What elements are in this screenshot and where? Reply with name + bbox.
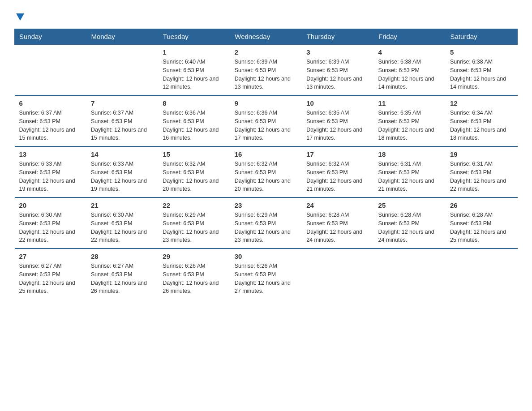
calendar-cell: 17Sunrise: 6:32 AMSunset: 6:53 PMDayligh…: [302, 146, 373, 197]
calendar-table: SundayMondayTuesdayWednesdayThursdayFrid…: [14, 29, 518, 299]
calendar-cell: 1Sunrise: 6:40 AMSunset: 6:53 PMDaylight…: [158, 44, 230, 95]
day-info: Sunrise: 6:36 AMSunset: 6:53 PMDaylight:…: [163, 109, 225, 142]
calendar-cell: [302, 248, 373, 299]
calendar-cell: 23Sunrise: 6:29 AMSunset: 6:53 PMDayligh…: [230, 197, 302, 248]
header-monday: Monday: [86, 29, 158, 45]
calendar-cell: 4Sunrise: 6:38 AMSunset: 6:53 PMDaylight…: [374, 44, 446, 95]
day-number: 19: [450, 150, 513, 158]
day-number: 10: [306, 99, 369, 107]
day-number: 22: [163, 201, 225, 209]
day-info: Sunrise: 6:37 AMSunset: 6:53 PMDaylight:…: [19, 109, 82, 142]
day-info: Sunrise: 6:39 AMSunset: 6:53 PMDaylight:…: [235, 58, 297, 91]
header-friday: Friday: [374, 29, 446, 45]
day-info: Sunrise: 6:28 AMSunset: 6:53 PMDaylight:…: [306, 211, 369, 244]
calendar-cell: 24Sunrise: 6:28 AMSunset: 6:53 PMDayligh…: [302, 197, 373, 248]
day-number: 30: [235, 253, 297, 260]
calendar-cell: 28Sunrise: 6:27 AMSunset: 6:53 PMDayligh…: [86, 248, 158, 299]
day-info: Sunrise: 6:33 AMSunset: 6:53 PMDaylight:…: [91, 160, 154, 193]
calendar-cell: 16Sunrise: 6:32 AMSunset: 6:53 PMDayligh…: [230, 146, 302, 197]
day-number: 4: [378, 48, 441, 56]
logo: [14, 11, 25, 21]
day-number: 1: [163, 48, 225, 56]
header-wednesday: Wednesday: [230, 29, 302, 45]
calendar-cell: 29Sunrise: 6:26 AMSunset: 6:53 PMDayligh…: [158, 248, 230, 299]
day-info: Sunrise: 6:26 AMSunset: 6:53 PMDaylight:…: [235, 262, 297, 295]
day-number: 16: [235, 150, 297, 158]
day-number: 18: [378, 150, 441, 158]
calendar-cell: 7Sunrise: 6:37 AMSunset: 6:53 PMDaylight…: [86, 95, 158, 146]
day-number: 15: [163, 150, 225, 158]
calendar-cell: 12Sunrise: 6:34 AMSunset: 6:53 PMDayligh…: [446, 95, 517, 146]
day-info: Sunrise: 6:30 AMSunset: 6:53 PMDaylight:…: [19, 211, 82, 244]
day-number: 25: [378, 201, 441, 209]
day-info: Sunrise: 6:27 AMSunset: 6:53 PMDaylight:…: [91, 262, 154, 295]
day-number: 21: [91, 201, 154, 209]
day-number: 27: [19, 253, 82, 260]
day-info: Sunrise: 6:29 AMSunset: 6:53 PMDaylight:…: [235, 211, 297, 244]
calendar-cell: 6Sunrise: 6:37 AMSunset: 6:53 PMDaylight…: [15, 95, 86, 146]
day-info: Sunrise: 6:33 AMSunset: 6:53 PMDaylight:…: [19, 160, 82, 193]
calendar-cell: [15, 44, 86, 95]
calendar-cell: 8Sunrise: 6:36 AMSunset: 6:53 PMDaylight…: [158, 95, 230, 146]
day-info: Sunrise: 6:29 AMSunset: 6:53 PMDaylight:…: [163, 211, 225, 244]
day-number: 17: [306, 150, 369, 158]
day-number: 29: [163, 253, 225, 260]
day-info: Sunrise: 6:39 AMSunset: 6:53 PMDaylight:…: [306, 58, 369, 91]
day-info: Sunrise: 6:31 AMSunset: 6:53 PMDaylight:…: [378, 160, 441, 193]
calendar-cell: 25Sunrise: 6:28 AMSunset: 6:53 PMDayligh…: [374, 197, 446, 248]
calendar-cell: 19Sunrise: 6:31 AMSunset: 6:53 PMDayligh…: [446, 146, 517, 197]
day-info: Sunrise: 6:28 AMSunset: 6:53 PMDaylight:…: [450, 211, 513, 244]
calendar-cell: 9Sunrise: 6:36 AMSunset: 6:53 PMDaylight…: [230, 95, 302, 146]
calendar-cell: 22Sunrise: 6:29 AMSunset: 6:53 PMDayligh…: [158, 197, 230, 248]
svg-marker-0: [16, 13, 24, 21]
day-number: 23: [235, 201, 297, 209]
calendar-cell: 27Sunrise: 6:27 AMSunset: 6:53 PMDayligh…: [15, 248, 86, 299]
calendar-cell: [374, 248, 446, 299]
calendar-cell: 18Sunrise: 6:31 AMSunset: 6:53 PMDayligh…: [374, 146, 446, 197]
day-number: 2: [235, 48, 297, 56]
day-info: Sunrise: 6:32 AMSunset: 6:53 PMDaylight:…: [163, 160, 225, 193]
day-info: Sunrise: 6:32 AMSunset: 6:53 PMDaylight:…: [306, 160, 369, 193]
day-info: Sunrise: 6:38 AMSunset: 6:53 PMDaylight:…: [450, 58, 513, 91]
day-number: 8: [163, 99, 225, 107]
day-number: 24: [306, 201, 369, 209]
calendar-week-row: 27Sunrise: 6:27 AMSunset: 6:53 PMDayligh…: [15, 248, 518, 299]
calendar-cell: 2Sunrise: 6:39 AMSunset: 6:53 PMDaylight…: [230, 44, 302, 95]
calendar-cell: 13Sunrise: 6:33 AMSunset: 6:53 PMDayligh…: [15, 146, 86, 197]
header-tuesday: Tuesday: [158, 29, 230, 45]
calendar-cell: 20Sunrise: 6:30 AMSunset: 6:53 PMDayligh…: [15, 197, 86, 248]
calendar-cell: 30Sunrise: 6:26 AMSunset: 6:53 PMDayligh…: [230, 248, 302, 299]
day-info: Sunrise: 6:36 AMSunset: 6:53 PMDaylight:…: [235, 109, 297, 142]
day-info: Sunrise: 6:26 AMSunset: 6:53 PMDaylight:…: [163, 262, 225, 295]
calendar-cell: 11Sunrise: 6:35 AMSunset: 6:53 PMDayligh…: [374, 95, 446, 146]
calendar-cell: 5Sunrise: 6:38 AMSunset: 6:53 PMDaylight…: [446, 44, 517, 95]
header-thursday: Thursday: [302, 29, 373, 45]
day-number: 20: [19, 201, 82, 209]
day-info: Sunrise: 6:32 AMSunset: 6:53 PMDaylight:…: [235, 160, 297, 193]
day-number: 7: [91, 99, 154, 107]
day-info: Sunrise: 6:27 AMSunset: 6:53 PMDaylight:…: [19, 262, 82, 295]
day-info: Sunrise: 6:37 AMSunset: 6:53 PMDaylight:…: [91, 109, 154, 142]
calendar-week-row: 1Sunrise: 6:40 AMSunset: 6:53 PMDaylight…: [15, 44, 518, 95]
day-number: 26: [450, 201, 513, 209]
header-sunday: Sunday: [15, 29, 86, 45]
header-saturday: Saturday: [446, 29, 517, 45]
page-header: [14, 11, 518, 21]
day-number: 13: [19, 150, 82, 158]
calendar-week-row: 20Sunrise: 6:30 AMSunset: 6:53 PMDayligh…: [15, 197, 518, 248]
calendar-cell: [446, 248, 517, 299]
day-number: 6: [19, 99, 82, 107]
day-number: 5: [450, 48, 513, 56]
calendar-week-row: 6Sunrise: 6:37 AMSunset: 6:53 PMDaylight…: [15, 95, 518, 146]
calendar-cell: 15Sunrise: 6:32 AMSunset: 6:53 PMDayligh…: [158, 146, 230, 197]
calendar-cell: 14Sunrise: 6:33 AMSunset: 6:53 PMDayligh…: [86, 146, 158, 197]
day-number: 12: [450, 99, 513, 107]
calendar-cell: 10Sunrise: 6:35 AMSunset: 6:53 PMDayligh…: [302, 95, 373, 146]
day-info: Sunrise: 6:31 AMSunset: 6:53 PMDaylight:…: [450, 160, 513, 193]
day-number: 28: [91, 253, 154, 260]
calendar-cell: 3Sunrise: 6:39 AMSunset: 6:53 PMDaylight…: [302, 44, 373, 95]
day-info: Sunrise: 6:35 AMSunset: 6:53 PMDaylight:…: [306, 109, 369, 142]
day-number: 14: [91, 150, 154, 158]
day-info: Sunrise: 6:40 AMSunset: 6:53 PMDaylight:…: [163, 58, 225, 91]
calendar-cell: [86, 44, 158, 95]
